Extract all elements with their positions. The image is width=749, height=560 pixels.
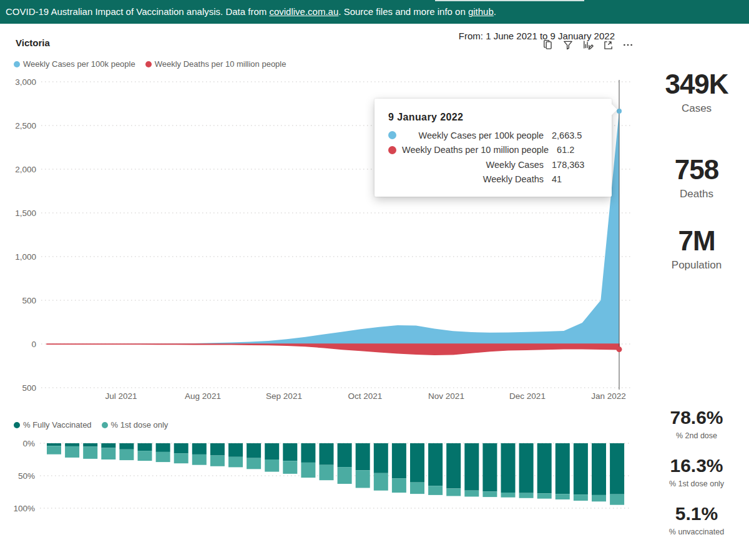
github-link[interactable]: github	[468, 6, 494, 17]
deaths-legend-dot	[145, 61, 152, 67]
first-dose-legend-dot	[102, 422, 108, 428]
kpi-unvaccinated-value: 5.1%	[644, 504, 749, 523]
tooltip-row-label: Weekly Deaths per 10 million people	[402, 145, 557, 155]
tooltip-row-value: 178,363	[552, 160, 603, 170]
kpi-population: 7M Population	[644, 227, 749, 272]
kpi-population-value: 7M	[644, 227, 749, 255]
kpi-unvaccinated: 5.1% % unvaccinated	[644, 504, 749, 536]
kpi-cases-value: 349K	[644, 71, 749, 98]
covidlive-link[interactable]: covidlive.com.au	[269, 6, 338, 17]
kpi-second-dose: 78.6% % 2nd dose	[644, 408, 749, 440]
page-title: Victoria	[16, 37, 50, 48]
svg-text:Aug 2021: Aug 2021	[185, 391, 221, 401]
kpi-cases-label: Cases	[644, 102, 749, 115]
kpi-second-dose-label: % 2nd dose	[644, 431, 749, 440]
kpi-population-label: Population	[644, 259, 749, 272]
kpi-second-dose-value: 78.6%	[644, 408, 749, 427]
chart-tooltip: 9 January 2022 Weekly Cases per 100k peo…	[374, 99, 612, 197]
tooltip-row-label: Weekly Cases per 100k people	[402, 130, 552, 140]
legend-item-weekly-deaths[interactable]: Weekly Deaths per 10 million people	[145, 59, 286, 69]
svg-text:500: 500	[22, 383, 36, 393]
vaccination-stacked-bar-chart[interactable]: 0%50%100%	[0, 437, 643, 518]
kpi-deaths-label: Deaths	[644, 188, 749, 200]
fully-vaccinated-legend-label: % Fully Vaccinated	[23, 420, 92, 430]
svg-text:500: 500	[22, 296, 36, 305]
kpi-deaths-value: 758	[644, 156, 749, 184]
svg-text:Jan 2022: Jan 2022	[591, 391, 626, 401]
svg-text:0: 0	[31, 340, 36, 349]
cases-legend-label: Weekly Cases per 100k people	[23, 59, 135, 69]
vaccination-chart-legend: % Fully Vaccinated % 1st dose only	[14, 420, 168, 430]
personalize-visual-icon[interactable]	[582, 39, 594, 51]
tooltip-row: Weekly Deaths per 10 million people 61.2	[388, 143, 603, 158]
legend-item-first-dose-only[interactable]: % 1st dose only	[102, 420, 169, 430]
header-bar: COVID-19 Australian Impact of Vaccinatio…	[0, 0, 749, 24]
tooltip-row: Weekly Cases 178,363	[388, 157, 603, 172]
visual-toolbar	[542, 39, 634, 51]
tooltip-row-value: 41	[552, 174, 603, 184]
copy-icon[interactable]	[542, 39, 554, 51]
svg-text:Jul 2021: Jul 2021	[105, 391, 137, 401]
svg-text:Dec 2021: Dec 2021	[509, 391, 546, 401]
svg-text:100%: 100%	[13, 504, 35, 513]
tooltip-row-label: Weekly Deaths	[402, 174, 552, 184]
top-edge-highlight	[435, 0, 584, 1]
svg-text:Oct 2021: Oct 2021	[348, 391, 383, 401]
kpi-cases: 349K Cases	[644, 71, 749, 115]
more-options-icon[interactable]	[622, 39, 634, 51]
header-text-after: .	[494, 6, 496, 17]
filter-icon[interactable]	[562, 39, 574, 51]
tooltip-title: 9 January 2022	[388, 112, 603, 123]
legend-item-fully-vaccinated[interactable]: % Fully Vaccinated	[14, 420, 92, 430]
focus-mode-icon[interactable]	[602, 39, 614, 51]
svg-text:1,500: 1,500	[15, 209, 36, 218]
kpi-unvaccinated-label: % unvaccinated	[644, 528, 749, 536]
kpi-first-dose-only-value: 16.3%	[644, 456, 749, 475]
header-text: COVID-19 Australian Impact of Vaccinatio…	[6, 6, 269, 17]
tooltip-cases-dot	[388, 131, 396, 139]
deaths-legend-label: Weekly Deaths per 10 million people	[155, 59, 286, 69]
svg-text:2,500: 2,500	[15, 121, 36, 130]
fully-vaccinated-legend-dot	[14, 422, 20, 428]
svg-text:50%: 50%	[18, 471, 35, 481]
first-dose-legend-label: % 1st dose only	[111, 420, 169, 430]
tooltip-row-label: Weekly Cases	[402, 160, 552, 170]
tooltip-row: Weekly Deaths 41	[388, 172, 603, 187]
tooltip-row: Weekly Cases per 100k people 2,663.5	[388, 128, 603, 143]
svg-text:0%: 0%	[22, 439, 35, 448]
tooltip-row-value: 2,663.5	[552, 130, 603, 140]
svg-text:Nov 2021: Nov 2021	[428, 391, 464, 401]
svg-text:2,000: 2,000	[15, 165, 36, 174]
kpi-deaths: 758 Deaths	[644, 156, 749, 200]
tooltip-deaths-dot	[388, 146, 396, 154]
area-chart-legend: Weekly Cases per 100k people Weekly Deat…	[14, 59, 286, 69]
kpi-first-dose-only: 16.3% % 1st dose only	[644, 456, 749, 488]
tooltip-row-value: 61.2	[557, 145, 608, 155]
kpi-first-dose-only-label: % 1st dose only	[644, 479, 749, 488]
cases-legend-dot	[14, 61, 20, 67]
svg-text:3,000: 3,000	[15, 77, 36, 87]
legend-item-weekly-cases[interactable]: Weekly Cases per 100k people	[14, 59, 135, 69]
svg-text:1,000: 1,000	[15, 252, 36, 262]
svg-text:Sep 2021: Sep 2021	[266, 391, 302, 401]
header-text-middle: . Source files and more info on	[338, 6, 468, 17]
